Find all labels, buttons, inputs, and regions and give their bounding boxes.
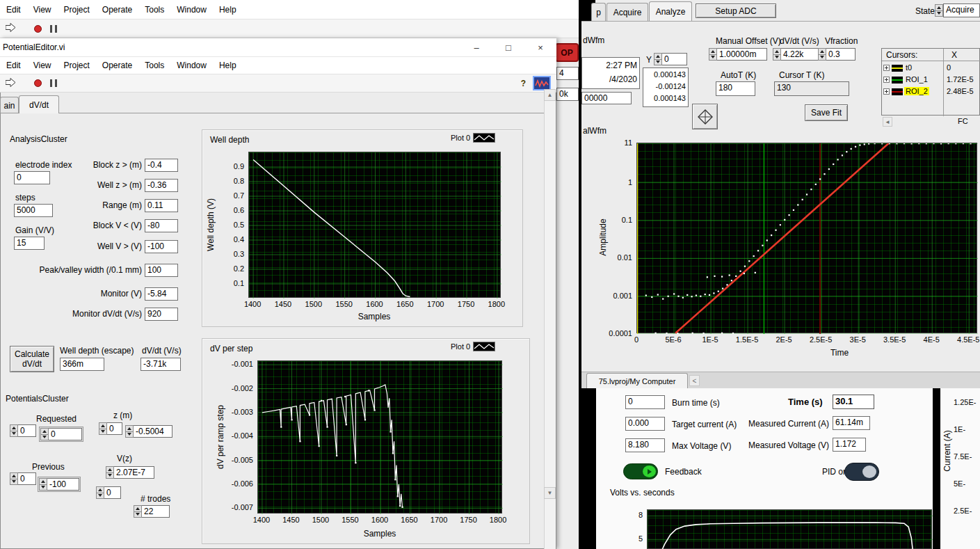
current-tick-label: 7.5E-: [954, 452, 972, 461]
expand-icon[interactable]: [883, 88, 890, 95]
project-tab-collapse-icon[interactable]: <: [689, 375, 700, 386]
x-tick-label: 1.5E-5: [736, 335, 758, 344]
expand-icon[interactable]: [883, 65, 890, 71]
x-tick-label: 2E-5: [776, 335, 792, 344]
y-tick-label: 5: [626, 534, 643, 543]
target-current-field[interactable]: 0.000: [625, 417, 665, 431]
cursor-x-value: 2.48E-5: [947, 87, 974, 95]
cursor-color-swatch[interactable]: [892, 77, 903, 83]
current-tick-label: 5E-: [954, 479, 965, 488]
cursor-scroll-left-icon[interactable]: ◄: [883, 117, 892, 127]
fc-label: FC: [958, 117, 968, 125]
time-value: 30.1: [833, 395, 874, 409]
vfraction-label: Vfraction: [825, 36, 858, 46]
cursor-palette: Cursors: X t0 0 ROI_1 1.72E-5 ROI_2 2.48…: [881, 48, 980, 116]
burn-panel-left-strip: [581, 388, 596, 549]
tab-analyze[interactable]: Analyze: [649, 1, 692, 21]
measured-voltage-value: 1.172: [833, 438, 866, 452]
readout-1: 0.000143: [645, 69, 686, 81]
max-voltage-field[interactable]: 8.180: [625, 438, 665, 452]
diamond-icon: [698, 109, 713, 125]
cursor-y-value[interactable]: 0: [662, 53, 687, 65]
vfraction-value[interactable]: 0.3: [826, 48, 856, 61]
measured-voltage-label: Measured Voltage (V): [748, 440, 829, 450]
current-graph-edge: [933, 388, 940, 549]
autot-field[interactable]: 180: [716, 81, 755, 96]
plot-area[interactable]: [636, 143, 977, 333]
feedback-toggle-knob: [643, 466, 656, 477]
cursor-x-value: 1.72E-5: [947, 75, 974, 83]
increment-decrement-icon[interactable]: [935, 4, 943, 17]
x-tick-label: 1E-5: [702, 335, 718, 344]
cursor-row-roi2[interactable]: ROI_2 2.48E-5: [882, 86, 980, 97]
y-tick-label: 8: [626, 511, 643, 519]
current-tick-label: 2.5E-: [954, 507, 972, 515]
cursors-header: Cursors:: [886, 50, 917, 60]
cursor-color-swatch[interactable]: [892, 65, 903, 72]
cursor-t-field[interactable]: 130: [774, 81, 849, 96]
tab-dvdt[interactable]: dV/dt: [19, 95, 59, 113]
measured-current-value: 61.14m: [833, 416, 870, 430]
save-fit-button[interactable]: Save Fit: [805, 104, 848, 121]
y-tick-label: 0.0001: [595, 329, 632, 337]
load-wfm-label: dWfm: [583, 35, 604, 45]
feedback-toggle[interactable]: [623, 463, 658, 479]
cursor-name[interactable]: ROI_2: [904, 87, 929, 95]
x-tick-label: 0: [634, 335, 638, 344]
manual-offset-label: Manual Offset (V): [716, 36, 781, 46]
state-spinner[interactable]: [935, 4, 943, 17]
volts-chart-label: Volts vs. seconds: [610, 488, 675, 498]
manual-offset-value[interactable]: 1.00000m: [717, 48, 767, 61]
dvdt-control[interactable]: 4.22k: [773, 48, 819, 61]
tab-acquire[interactable]: Acquire: [607, 3, 648, 21]
dvdt-label: dV/dt (V/s): [780, 36, 819, 46]
x-tick-label: 2.5E-5: [810, 335, 832, 344]
analyze-y-axis-label: Amplitude: [598, 218, 608, 255]
timestamp-date: /4/2020: [584, 72, 637, 86]
analyze-x-axis-label: Time: [830, 348, 849, 358]
pid-toggle[interactable]: [844, 463, 879, 481]
state-label: State: [915, 6, 935, 16]
readout-3: 0.000143: [645, 93, 686, 104]
timestamp-time: 2:27 PM: [584, 58, 637, 72]
burn-time-field[interactable]: 0: [625, 395, 665, 409]
increment-decrement-icon[interactable]: [818, 48, 826, 61]
pid-toggle-knob: [862, 466, 876, 478]
increment-decrement-icon[interactable]: [654, 53, 662, 65]
tab-setup-partial[interactable]: p: [591, 3, 606, 21]
cursor-color-swatch[interactable]: [892, 88, 903, 95]
burn-time-label: Burn time (s): [672, 398, 720, 408]
feedback-label: Feedback: [665, 467, 702, 477]
cursor-y-spinner[interactable]: 0: [654, 53, 687, 65]
increment-decrement-icon[interactable]: [709, 48, 717, 61]
cursor-name[interactable]: t0: [904, 63, 913, 72]
cursor-name[interactable]: ROI_1: [904, 75, 929, 83]
project-tab[interactable]: 75.lvproj/My Computer: [586, 373, 688, 388]
plot-canvas: [648, 510, 933, 549]
x-tick-label: 3E-5: [850, 335, 866, 344]
plot-canvas: [637, 143, 978, 334]
expand-icon[interactable]: [883, 77, 890, 83]
analyze-graph[interactable]: 05E-61E-51.5E-52E-52.5E-53E-53.5E-54E-54…: [595, 137, 980, 354]
y-tick-label: 0.001: [595, 292, 632, 300]
cursor-mover-button[interactable]: [692, 104, 718, 129]
increment-decrement-icon[interactable]: [773, 48, 781, 61]
y-tick-label: 1: [595, 178, 632, 186]
setup-adc-button[interactable]: Setup ADC: [696, 3, 776, 18]
x-tick-label: 4E-5: [924, 335, 940, 344]
screen: Edit View Project Operate Tools Window H…: [0, 0, 980, 549]
cursors-x-header: X: [951, 50, 957, 60]
state-enum[interactable]: Acquire: [943, 3, 980, 17]
timestamp-extra: 00000: [581, 92, 632, 104]
cursor-y-label: Y: [646, 55, 652, 65]
plot-area[interactable]: [647, 509, 932, 549]
cursor-palette-header-divider: [882, 61, 980, 61]
target-current-label: Target current (A): [672, 420, 737, 429]
play-icon: [648, 469, 652, 475]
cursor-row-roi1[interactable]: ROI_1 1.72E-5: [882, 74, 980, 86]
vfraction-control[interactable]: 0.3: [818, 48, 856, 61]
cursor-row-t0[interactable]: t0 0: [882, 63, 980, 74]
dvdt-value[interactable]: 4.22k: [781, 48, 819, 61]
manual-offset-control[interactable]: 1.00000m: [709, 48, 767, 61]
x-tick-label: 3.5E-5: [883, 335, 906, 344]
